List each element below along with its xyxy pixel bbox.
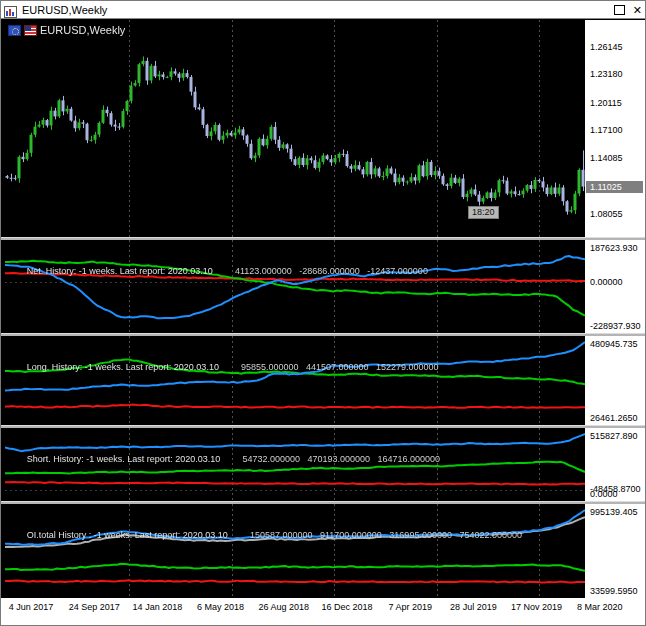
price-axis-label: 1.14085 (590, 153, 623, 163)
close-icon[interactable]: ✕ (633, 3, 642, 17)
symbol-label: EURUSD,Weekly (40, 24, 125, 36)
current-price-badge: 1.11025 (586, 181, 643, 193)
time-axis-label: 7 Apr 2019 (388, 602, 432, 612)
chart-window: EURUSD,Weekly ✕ EURUSD,Weekly 18:20 Net.… (0, 0, 646, 626)
panel-values: 95855.000000 441507.000000 152279.000000 (241, 362, 439, 372)
panel-values: 150587.000000 911700.000000 316995.00000… (250, 530, 522, 540)
price-axis-label: 1.17100 (590, 125, 623, 135)
panel-title: Net. History: -1 weeks. Last report: 202… (27, 266, 213, 276)
window-separator[interactable] (1, 237, 646, 240)
chart-window-icon (4, 4, 17, 16)
time-axis-label: 14 Jan 2018 (133, 602, 183, 612)
indicator-axis-min-label: -228937.930 (590, 321, 641, 331)
window-separator[interactable] (1, 501, 646, 504)
main-chart-canvas[interactable] (5, 20, 585, 237)
time-axis-label: 16 Dec 2018 (321, 602, 372, 612)
time-axis-label: 26 Aug 2018 (259, 602, 310, 612)
oi-total-history-panel-canvas[interactable] (5, 504, 585, 598)
price-axis-label: 1.20115 (590, 98, 622, 108)
window-titlebar[interactable]: EURUSD,Weekly ✕ (1, 1, 645, 19)
indicator-axis-max-label: 515827.890 (590, 431, 638, 441)
time-axis-label: 17 Nov 2019 (511, 602, 562, 612)
price-axis-label: 1.23180 (590, 69, 623, 79)
panel-values: 54732.000000 470193.000000 164716.000000 (242, 454, 440, 464)
time-axis-label: 6 May 2018 (197, 602, 244, 612)
indicator-axis-max-label: 995139.405 (590, 507, 638, 517)
panel-title: Short. History: -1 weeks. Last report: 2… (27, 454, 221, 464)
panel-header-short: Short. History: -1 weeks. Last report: 2… (9, 430, 440, 441)
panel-values: 41123.000000 -28686.000000 -12437.000000 (235, 266, 428, 276)
maximize-icon[interactable] (614, 5, 625, 15)
indicator-axis-min-label: 33599.5950 (590, 586, 638, 596)
us-flag-icon (24, 25, 37, 36)
time-axis-label: 4 Jun 2017 (9, 602, 54, 612)
window-separator[interactable] (1, 425, 646, 428)
net-history-panel-canvas[interactable] (5, 240, 585, 333)
indicator-axis-zero-label: 0.00000 (590, 277, 623, 287)
eu-flag-icon (8, 25, 21, 36)
long-history-panel-canvas[interactable] (5, 336, 585, 425)
indicator-axis-max-label: 480945.735 (590, 339, 638, 349)
indicator-axis-max-label: 187623.930 (590, 243, 638, 253)
panel-title: OI.total History : -1 weeks. Last report… (27, 530, 228, 540)
symbol-header: EURUSD,Weekly (8, 24, 125, 36)
indicator-axis-min-label: 26461.2650 (590, 413, 638, 423)
time-axis-label: 24 Sep 2017 (69, 602, 120, 612)
panel-header-net: Net. History: -1 weeks. Last report: 202… (9, 242, 428, 253)
price-axis-label: 1.26145 (590, 42, 623, 52)
time-marker-badge: 18:20 (468, 206, 499, 219)
window-title: EURUSD,Weekly (22, 4, 107, 16)
price-axis-label: 1.08055 (590, 209, 623, 219)
panel-title: Long. History: -1 weeks. Last report: 20… (27, 362, 219, 372)
panel-header-long: Long. History: -1 weeks. Last report: 20… (9, 338, 439, 349)
indicator-axis-min-label: -48458.8700 (590, 484, 641, 494)
time-axis-label: 8 Mar 2020 (577, 602, 623, 612)
window-separator[interactable] (1, 333, 646, 336)
panel-header-oi: OI.total History : -1 weeks. Last report… (9, 506, 522, 517)
time-axis-label: 28 Jul 2019 (450, 602, 497, 612)
